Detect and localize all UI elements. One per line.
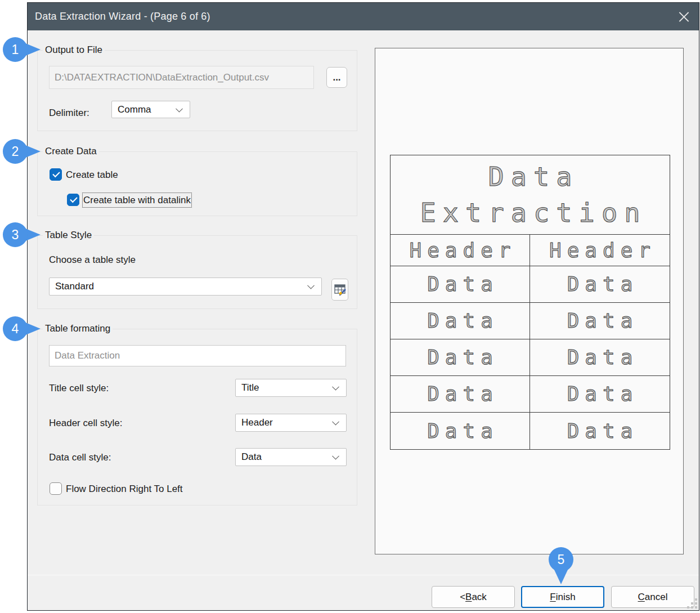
preview-table-row: DataData: [391, 303, 670, 339]
preview-cell: Data: [391, 376, 530, 412]
preview-table-row: DataData: [391, 413, 670, 449]
callout-2: 2: [3, 139, 28, 164]
table-style-editor-button[interactable]: [331, 279, 348, 301]
preview-cell: Data: [391, 266, 530, 302]
header-cell-style-value: Header: [241, 417, 273, 428]
create-table-checkbox[interactable]: [50, 168, 62, 181]
create-data-group: Create Data Create table Create table wi…: [37, 151, 357, 216]
chevron-down-icon: [332, 453, 339, 460]
preview-cell: Data: [530, 339, 670, 375]
browse-button[interactable]: ...: [326, 67, 347, 88]
callout-4: 4: [3, 316, 28, 341]
title-cell-style-value: Title: [241, 382, 259, 393]
preview-cell: Data: [391, 303, 530, 339]
flow-direction-label[interactable]: Flow Direction Right To Left: [66, 482, 183, 495]
flow-direction-checkbox[interactable]: [50, 482, 62, 495]
finish-button[interactable]: Finish: [521, 586, 604, 608]
chevron-down-icon: [176, 105, 183, 112]
chevron-down-icon: [307, 282, 315, 289]
footer-separator: [28, 575, 699, 575]
output-to-file-legend: Output to File: [43, 44, 105, 56]
create-table-datalink-label[interactable]: Create table with datalink: [83, 194, 191, 207]
preview-title-cell: DataExtraction: [391, 155, 670, 235]
delimiter-label: Delimiter:: [49, 108, 89, 119]
page-background: Data Extraction Wizard - (Page 6 of 6) O…: [0, 0, 700, 613]
chevron-down-icon: [332, 418, 339, 426]
output-file-path-input[interactable]: [49, 66, 314, 89]
preview-cell: Data: [530, 303, 670, 339]
table-style-legend: Table Style: [43, 230, 94, 241]
table-style-value: Standard: [55, 281, 94, 292]
preview-cell: Data: [391, 413, 530, 449]
resize-grip[interactable]: [687, 598, 697, 608]
title-cell-style-label: Title cell style:: [49, 383, 109, 394]
preview-table-row: DataData: [391, 266, 670, 303]
cancel-button[interactable]: Cancel: [611, 586, 694, 608]
table-style-group: Table Style Choose a table style Standar…: [37, 235, 357, 309]
back-button[interactable]: < Back: [432, 586, 515, 608]
preview-cell: Header: [391, 235, 530, 266]
output-to-file-group: Output to File ... Delimiter: Comma: [37, 50, 357, 131]
table-edit-icon: [334, 284, 347, 296]
preview-cell: Data: [391, 339, 530, 375]
preview-table-row: DataData: [391, 339, 670, 376]
callout-3: 3: [3, 222, 28, 247]
table-title-input[interactable]: [49, 345, 346, 366]
choose-table-style-label: Choose a table style: [49, 254, 136, 266]
back-label: <: [460, 592, 465, 603]
create-table-label[interactable]: Create table: [66, 168, 118, 181]
title-cell-style-dropdown[interactable]: Title: [235, 379, 347, 397]
table-formatting-legend: Table formating: [43, 323, 113, 334]
window-title: Data Extraction Wizard - (Page 6 of 6): [35, 3, 210, 30]
table-formatting-group: Table formating Title cell style: Title …: [37, 329, 357, 505]
close-button[interactable]: [673, 6, 694, 28]
preview-cad-table: DataExtractionHeaderHeaderDataDataDataDa…: [390, 155, 670, 450]
create-table-datalink-checkbox[interactable]: [67, 194, 79, 206]
table-preview-panel: DataExtractionHeaderHeaderDataDataDataDa…: [375, 48, 684, 554]
header-cell-style-label: Header cell style:: [49, 418, 122, 429]
delimiter-value: Comma: [118, 104, 151, 115]
data-cell-style-value: Data: [241, 451, 262, 463]
preview-table-row: DataData: [391, 376, 670, 413]
data-extraction-wizard-dialog: Data Extraction Wizard - (Page 6 of 6) O…: [27, 2, 699, 611]
preview-cell: Data: [530, 376, 670, 412]
header-cell-style-dropdown[interactable]: Header: [235, 414, 347, 432]
callout-5: 5: [549, 547, 573, 572]
preview-cell: Data: [530, 266, 670, 302]
data-cell-style-label: Data cell style:: [49, 452, 111, 463]
preview-table-row: HeaderHeader: [391, 235, 670, 266]
chevron-down-icon: [332, 383, 339, 391]
create-data-legend: Create Data: [43, 146, 99, 157]
data-cell-style-dropdown[interactable]: Data: [235, 448, 347, 466]
title-bar[interactable]: Data Extraction Wizard - (Page 6 of 6): [28, 3, 699, 30]
preview-cell: Header: [530, 235, 670, 266]
preview-cell: Data: [530, 413, 670, 449]
delimiter-dropdown[interactable]: Comma: [111, 101, 190, 118]
callout-1: 1: [3, 37, 28, 62]
table-style-dropdown[interactable]: Standard: [49, 278, 322, 296]
